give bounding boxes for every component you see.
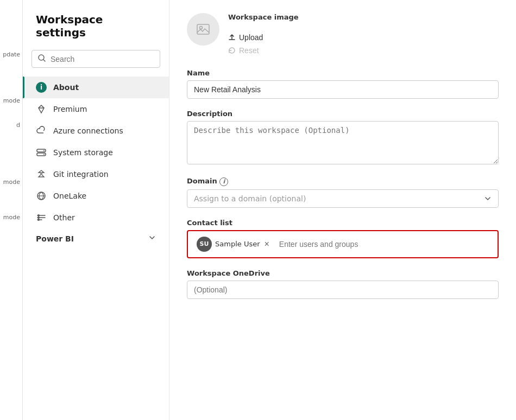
workspace-image-placeholder <box>187 13 219 46</box>
storage-icon <box>36 147 47 158</box>
left-edge-panel: pdate mode d mode mode <box>0 0 23 420</box>
other-icon <box>36 212 47 223</box>
svg-point-12 <box>37 214 40 217</box>
upload-label: Upload <box>239 33 263 42</box>
sidebar-item-other[interactable]: Other <box>23 207 169 228</box>
svg-point-14 <box>37 219 40 221</box>
onelake-icon <box>36 190 47 201</box>
name-label: Name <box>187 69 499 77</box>
domain-label: Domain i <box>187 177 499 186</box>
sidebar-item-onelake[interactable]: OneLake <box>23 185 169 207</box>
chevron-down-icon <box>484 195 492 202</box>
diamond-icon <box>36 104 47 114</box>
content-area: Workspace image Upload <box>169 0 516 420</box>
avatar: SU <box>197 237 212 252</box>
sidebar-item-label: Other <box>53 213 75 222</box>
svg-point-5 <box>43 150 45 151</box>
sidebar-item-git[interactable]: Git integration <box>23 163 169 185</box>
left-edge-item: mode <box>0 175 22 189</box>
contact-list-box[interactable]: SU Sample User × <box>187 230 499 258</box>
sidebar-item-label: Azure connections <box>53 126 123 135</box>
sidebar: Workspace settings i About <box>23 0 169 420</box>
svg-line-1 <box>43 60 45 61</box>
search-input[interactable] <box>51 55 154 63</box>
onedrive-input[interactable] <box>187 281 499 299</box>
description-label: Description <box>187 110 499 118</box>
section-label: Power BI <box>36 234 74 243</box>
description-field-group: Description <box>187 110 499 166</box>
git-icon <box>36 169 47 180</box>
onedrive-label: Workspace OneDrive <box>187 269 499 277</box>
sidebar-item-azure[interactable]: Azure connections <box>23 120 169 142</box>
contact-name: Sample User <box>215 240 260 248</box>
svg-point-16 <box>200 27 203 29</box>
info-icon: i <box>36 82 47 93</box>
name-input[interactable] <box>187 80 499 99</box>
sidebar-item-label: System storage <box>53 148 113 157</box>
sidebar-item-premium[interactable]: Premium <box>23 98 169 120</box>
contact-chip: SU Sample User × <box>192 234 275 254</box>
contact-list-label: Contact list <box>187 219 499 227</box>
left-edge-item: pdate <box>0 48 22 61</box>
left-edge-item: d <box>0 118 22 132</box>
description-input[interactable] <box>187 121 499 164</box>
sidebar-item-label: Premium <box>53 105 87 113</box>
contact-input[interactable] <box>277 238 493 251</box>
reset-label: Reset <box>239 46 259 55</box>
reset-button[interactable]: Reset <box>228 45 299 56</box>
domain-select[interactable]: Assign to a domain (optional) <box>187 189 499 208</box>
workspace-image-label: Workspace image <box>228 13 299 21</box>
contact-list-section: Contact list SU Sample User × <box>187 219 499 258</box>
name-field-group: Name <box>187 69 499 99</box>
domain-field-group: Domain i Assign to a domain (optional) <box>187 177 499 208</box>
sidebar-item-storage[interactable]: System storage <box>23 142 169 163</box>
domain-placeholder: Assign to a domain (optional) <box>194 194 306 203</box>
sidebar-item-label: About <box>53 83 79 92</box>
upload-button[interactable]: Upload <box>228 32 299 43</box>
svg-point-6 <box>43 154 45 155</box>
cloud-icon <box>36 125 47 136</box>
svg-point-13 <box>37 217 40 219</box>
remove-contact-button[interactable]: × <box>263 240 270 249</box>
page-title: Workspace settings <box>23 13 169 50</box>
sidebar-item-label: OneLake <box>53 192 86 200</box>
domain-info-icon[interactable]: i <box>219 177 228 186</box>
sidebar-section-powerbi[interactable]: Power BI <box>23 228 169 249</box>
left-edge-item: mode <box>0 94 22 107</box>
workspace-image-info: Workspace image Upload <box>228 13 299 56</box>
chevron-down-icon <box>148 234 156 243</box>
svg-rect-15 <box>197 24 209 34</box>
onedrive-field-group: Workspace OneDrive <box>187 269 499 299</box>
search-box[interactable] <box>32 50 160 68</box>
left-edge-item: mode <box>0 211 22 224</box>
sidebar-item-about[interactable]: i About <box>23 77 169 98</box>
main-panel: Workspace settings i About <box>23 0 516 420</box>
search-icon <box>37 54 46 64</box>
workspace-image-section: Workspace image Upload <box>187 13 499 56</box>
image-actions: Upload Reset <box>228 28 299 56</box>
sidebar-item-label: Git integration <box>53 170 109 179</box>
